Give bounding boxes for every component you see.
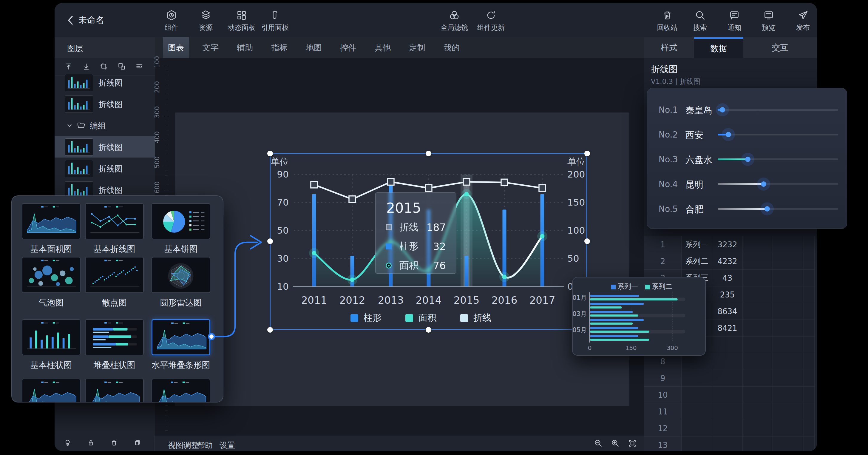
- topbar-tool-global-filter[interactable]: 全局滤镜: [436, 9, 473, 32]
- table-cell[interactable]: [804, 303, 815, 320]
- selection-handle[interactable]: [426, 327, 431, 333]
- rank-slider-track[interactable]: [718, 109, 838, 111]
- table-cell[interactable]: [743, 303, 773, 320]
- table-cell[interactable]: [743, 387, 773, 403]
- table-cell[interactable]: 3232: [712, 236, 743, 253]
- gallery-item-partial[interactable]: [152, 378, 210, 402]
- legend-item-2[interactable]: 面积: [405, 312, 436, 324]
- rank-slider-track[interactable]: [718, 158, 838, 160]
- gallery-item-2[interactable]: 基本折线图: [85, 203, 144, 255]
- table-cell[interactable]: [773, 253, 804, 270]
- rank-slider-knob[interactable]: [726, 132, 731, 137]
- gallery-item-partial[interactable]: [85, 378, 144, 402]
- table-cell[interactable]: [804, 236, 815, 253]
- table-cell[interactable]: [804, 387, 815, 403]
- gallery-item-7[interactable]: 基本柱状图: [22, 319, 81, 371]
- layer-item-row[interactable]: 折线图: [55, 157, 155, 179]
- topbar-tool-preview[interactable]: 预览: [750, 9, 787, 32]
- table-cell[interactable]: [743, 286, 773, 303]
- layer-group-row[interactable]: 编组: [55, 115, 155, 136]
- component-tab-8[interactable]: 定制: [404, 37, 430, 58]
- table-cell[interactable]: [682, 370, 712, 387]
- table-cell[interactable]: [682, 353, 712, 370]
- component-tab-1[interactable]: 图表: [163, 37, 189, 58]
- component-tab-7[interactable]: 其他: [370, 37, 396, 58]
- table-cell[interactable]: [773, 437, 804, 451]
- table-index-cell[interactable]: 13: [644, 437, 682, 451]
- rank-slider-track[interactable]: [718, 183, 838, 185]
- gallery-item-partial[interactable]: [22, 378, 81, 402]
- table-cell[interactable]: [682, 387, 712, 403]
- layers-tool-group[interactable]: [100, 62, 109, 71]
- bottombar-delete-button[interactable]: [111, 439, 120, 448]
- layer-item-row[interactable]: 折线图: [55, 71, 155, 93]
- topbar-tool-notifications[interactable]: 通知: [716, 9, 753, 32]
- bottombar-menu-2[interactable]: 帮助: [197, 440, 213, 451]
- rank-slider-knob[interactable]: [761, 181, 766, 187]
- zoom-out-button[interactable]: [594, 439, 603, 449]
- table-cell[interactable]: [773, 270, 804, 286]
- component-tab-3[interactable]: 辅助: [232, 37, 258, 58]
- table-cell[interactable]: [712, 337, 743, 353]
- table-cell[interactable]: [712, 353, 743, 370]
- rank-slider-knob[interactable]: [720, 107, 725, 113]
- layers-tool-to-back[interactable]: [82, 62, 92, 71]
- bottombar-menu-1[interactable]: 视图调整: [168, 440, 199, 451]
- layers-tool-layer-align[interactable]: [135, 62, 144, 71]
- table-cell[interactable]: [712, 370, 743, 387]
- topbar-tool-components[interactable]: 组件: [153, 9, 190, 32]
- table-index-cell[interactable]: 9: [644, 370, 682, 387]
- table-cell[interactable]: 43: [712, 270, 743, 286]
- table-cell[interactable]: 4232: [712, 253, 743, 270]
- topbar-tool-reference-panel[interactable]: 引用面板: [256, 9, 293, 32]
- component-tab-6[interactable]: 控件: [335, 37, 362, 58]
- table-cell[interactable]: 系列二: [682, 253, 712, 270]
- table-cell[interactable]: [743, 320, 773, 337]
- table-cell[interactable]: [743, 337, 773, 353]
- table-cell[interactable]: [804, 370, 815, 387]
- table-cell[interactable]: [804, 270, 815, 286]
- legend-item-3[interactable]: 折线: [460, 312, 491, 324]
- table-cell[interactable]: [682, 437, 712, 451]
- table-cell[interactable]: [712, 437, 743, 451]
- table-index-cell[interactable]: 11: [644, 403, 682, 420]
- table-cell[interactable]: [712, 387, 743, 403]
- table-cell[interactable]: [682, 420, 712, 437]
- table-cell[interactable]: 8634: [712, 303, 743, 320]
- layers-tool-ungroup[interactable]: [117, 62, 127, 71]
- gallery-item-8[interactable]: 堆叠柱状图: [85, 319, 144, 371]
- table-index-cell[interactable]: 10: [644, 387, 682, 403]
- bottombar-lock-button[interactable]: [87, 439, 96, 448]
- topbar-tool-search[interactable]: 搜索: [682, 9, 719, 32]
- gallery-item-5[interactable]: 散点图: [85, 257, 144, 308]
- table-cell[interactable]: 235: [712, 286, 743, 303]
- table-cell[interactable]: [773, 303, 804, 320]
- right-panel-tab-1[interactable]: 样式: [644, 37, 694, 58]
- gallery-item-1[interactable]: 基本面积图: [22, 203, 81, 255]
- table-cell[interactable]: [743, 236, 773, 253]
- table-cell[interactable]: [743, 253, 773, 270]
- selection-handle[interactable]: [426, 151, 431, 156]
- component-tab-4[interactable]: 指标: [267, 37, 292, 58]
- layers-tool-to-front[interactable]: [64, 62, 74, 71]
- rank-slider-track[interactable]: [718, 134, 838, 135]
- gallery-item-4[interactable]: 气泡图: [22, 257, 81, 308]
- table-cell[interactable]: 8421: [712, 320, 743, 337]
- rank-slider-track[interactable]: [718, 208, 838, 210]
- table-cell[interactable]: [743, 370, 773, 387]
- table-index-cell[interactable]: 8: [644, 353, 682, 370]
- table-cell[interactable]: [743, 437, 773, 451]
- table-cell[interactable]: [773, 320, 804, 337]
- table-cell[interactable]: [712, 403, 743, 420]
- topbar-tool-publish[interactable]: 发布: [784, 9, 817, 32]
- table-cell[interactable]: [804, 320, 815, 337]
- component-tab-5[interactable]: 地图: [301, 37, 327, 58]
- bottombar-idea-button[interactable]: [64, 439, 73, 448]
- table-cell[interactable]: [743, 403, 773, 420]
- table-cell[interactable]: [804, 437, 815, 451]
- layer-item-row[interactable]: 折线图: [55, 93, 155, 115]
- table-cell[interactable]: [773, 286, 804, 303]
- legend-item-1[interactable]: 柱形: [350, 312, 381, 324]
- selection-handle[interactable]: [267, 151, 273, 156]
- zoom-in-button[interactable]: [611, 439, 620, 449]
